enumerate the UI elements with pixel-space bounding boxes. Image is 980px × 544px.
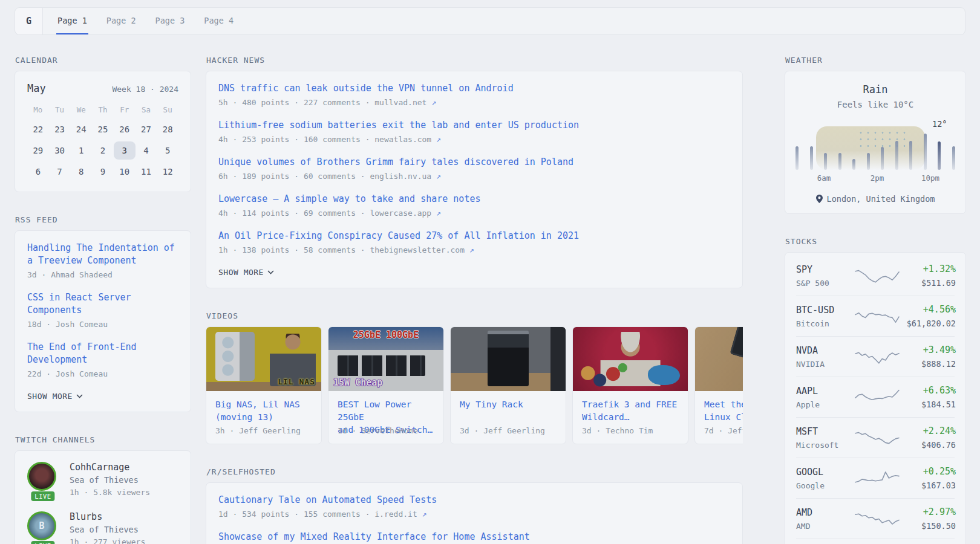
weather-bar: [867, 153, 870, 170]
twitch-widget: TWITCH CHANNELS LIVE CohhCarnage Sea of …: [15, 435, 191, 544]
stock-name: S&P 500: [796, 279, 854, 288]
twitch-avatar: B: [27, 511, 56, 540]
stock-change: +3.49%: [900, 345, 956, 355]
rss-item-title[interactable]: Handling The Indentation of a Treeview C…: [27, 242, 178, 267]
weather-bar: [838, 153, 841, 170]
twitch-card: LIVE CohhCarnage Sea of Thieves 1h · 5.8…: [15, 450, 191, 544]
tab-page-3[interactable]: Page 3: [154, 8, 186, 34]
stock-price: $511.69: [900, 278, 956, 288]
weather-bar: [952, 146, 955, 170]
calendar-day: 8: [70, 163, 92, 181]
hackernews-label: HACKER NEWS: [206, 56, 743, 65]
stock-symbol: AMD: [796, 507, 854, 518]
list-item: Handling The Indentation of a Treeview C…: [27, 242, 178, 279]
weekday-label: Mo: [27, 103, 49, 120]
weather-condition: Rain: [795, 83, 956, 96]
video-card[interactable]: 25GbE 100GbE 15W Cheap BEST Low Power 25…: [328, 326, 444, 444]
rss-card: Handling The Indentation of a Treeview C…: [15, 230, 191, 412]
calendar-day: 4: [136, 141, 157, 160]
rss-show-more-button[interactable]: SHOW MORE: [27, 392, 83, 401]
stock-name: Bitcoin: [796, 319, 854, 328]
sparkline-chart: [854, 469, 900, 487]
weekday-label: Su: [157, 103, 178, 120]
calendar-month: May: [27, 82, 46, 94]
calendar-day: 26: [114, 120, 136, 138]
rss-label: RSS FEED: [15, 215, 191, 224]
twitch-label: TWITCH CHANNELS: [15, 435, 191, 444]
video-card[interactable]: Traefik 3 and FREEWildcard… 3d · Techno …: [572, 326, 688, 444]
hn-item-title[interactable]: Unique volumes of Brothers Grimm fairy t…: [218, 156, 730, 169]
hn-show-more-button[interactable]: SHOW MORE: [218, 268, 274, 277]
calendar-day: 22: [27, 120, 49, 138]
tab-page-4[interactable]: Page 4: [203, 8, 235, 34]
calendar-day: 29: [27, 141, 49, 160]
stock-symbol: GOOGL: [796, 467, 854, 478]
tab-page-2[interactable]: Page 2: [105, 8, 137, 34]
weekday-label: Th: [92, 103, 114, 120]
twitch-channel-row[interactable]: B LIVE Blurbs Sea of Thieves 1h · 277 vi…: [27, 511, 178, 544]
rss-item-title[interactable]: The End of Front-End Development: [27, 341, 178, 366]
rss-item-title[interactable]: CSS in React Server Components: [27, 291, 178, 317]
table-row: GOOGLGoogle +0.25%$167.03: [796, 458, 955, 498]
calendar-day: 1: [70, 141, 92, 160]
video-meta: 7d · Jeff: [704, 426, 743, 435]
middle-column: HACKER NEWS DNS traffic can leak outside…: [206, 56, 743, 544]
video-thumbnail[interactable]: 25GbE 100GbE 15W Cheap: [328, 327, 443, 391]
video-title[interactable]: BEST Low Power 25GbEand 100GbE Switch…: [338, 398, 434, 425]
chevron-down-icon: [267, 270, 274, 274]
video-card[interactable]: FAS Meet theLinux Clu 7d · Jeff: [694, 326, 743, 444]
video-title[interactable]: Meet theLinux Clu: [704, 398, 743, 425]
video-card[interactable]: LIL NAS Big NAS, Lil NAS(moving 13) 3h ·…: [206, 326, 322, 444]
thumbnail-overlay: [206, 327, 321, 391]
weather-feels-like: Feels like 10°C: [795, 100, 956, 109]
external-link-icon[interactable]: ↗: [469, 245, 474, 254]
stock-price: $61,820.02: [900, 319, 956, 328]
hn-item-title[interactable]: An Oil Price-Fixing Conspiracy Caused 27…: [218, 230, 730, 242]
hn-item-meta: 1h · 138 points · 58 comments · thebigne…: [218, 245, 465, 254]
sparkline-chart: [854, 348, 900, 366]
reddit-label: /R/SELFHOSTED: [206, 467, 743, 476]
list-item: DNS traffic can leak outside the VPN tun…: [218, 82, 730, 107]
video-thumbnail[interactable]: LIL NAS: [206, 327, 321, 391]
hn-item-title[interactable]: Lowercase – A simple way to take and sha…: [218, 193, 730, 206]
twitch-channel-row[interactable]: LIVE CohhCarnage Sea of Thieves 1h · 5.8…: [27, 462, 178, 497]
tab-page-1[interactable]: Page 1: [56, 8, 88, 34]
external-link-icon[interactable]: ↗: [436, 209, 441, 218]
top-nav: G Page 1 Page 2 Page 3 Page 4: [15, 7, 965, 35]
external-link-icon[interactable]: ↗: [436, 135, 441, 144]
stocks-card: SPYS&P 500 +1.32%$511.69 BTC-USDBitcoin …: [785, 252, 966, 544]
videos-widget: VIDEOS LIL NAS Big NAS, Lil NAS(moving 1…: [206, 311, 743, 444]
twitch-meta: 1h · 5.8k viewers: [70, 488, 150, 497]
calendar-card: May Week 18 · 2024 MoTuWeThFrSaSu 222324…: [15, 71, 191, 192]
external-link-icon[interactable]: ↗: [422, 510, 427, 519]
stocks-widget: STOCKS SPYS&P 500 +1.32%$511.69 BTC-USDB…: [785, 237, 966, 544]
hn-item-title[interactable]: Lithium-free sodium batteries exit the l…: [218, 119, 730, 132]
video-thumbnail[interactable]: FAS: [695, 327, 743, 391]
video-title[interactable]: Big NAS, Lil NAS(moving 13): [215, 398, 312, 425]
weather-bar: [795, 146, 799, 170]
app-logo[interactable]: G: [15, 8, 43, 34]
video-thumbnail[interactable]: [573, 327, 688, 391]
sparkline-chart: [854, 429, 900, 447]
video-card[interactable]: My Tiny Rack 3d · Jeff Geerling: [450, 326, 566, 444]
video-meta: 3h · Jeff Geerling: [215, 426, 312, 435]
videos-label: VIDEOS: [206, 311, 743, 320]
video-title[interactable]: My Tiny Rack: [460, 398, 557, 425]
weather-bar: [895, 141, 898, 170]
calendar-day: 24: [70, 120, 92, 138]
time-label: 10pm: [921, 173, 939, 183]
hackernews-widget: HACKER NEWS DNS traffic can leak outside…: [206, 56, 743, 288]
hn-item-title[interactable]: DNS traffic can leak outside the VPN tun…: [218, 82, 730, 95]
reddit-item-title[interactable]: Cautionary Tale on Automated Speed Tests: [218, 494, 730, 507]
video-thumbnail[interactable]: [451, 327, 566, 391]
stock-name: Apple: [796, 400, 854, 409]
list-item: Lithium-free sodium batteries exit the l…: [218, 119, 730, 144]
video-title[interactable]: Traefik 3 and FREEWildcard…: [582, 398, 679, 425]
reddit-item-title[interactable]: Showcase of my Mixed Reality Interface f…: [218, 531, 730, 543]
weekday-label: Tu: [49, 103, 71, 120]
stock-symbol: MSFT: [796, 426, 854, 437]
external-link-icon[interactable]: ↗: [436, 172, 441, 181]
weather-bar: [909, 141, 912, 170]
calendar-day: 25: [92, 120, 114, 138]
external-link-icon[interactable]: ↗: [431, 98, 436, 107]
